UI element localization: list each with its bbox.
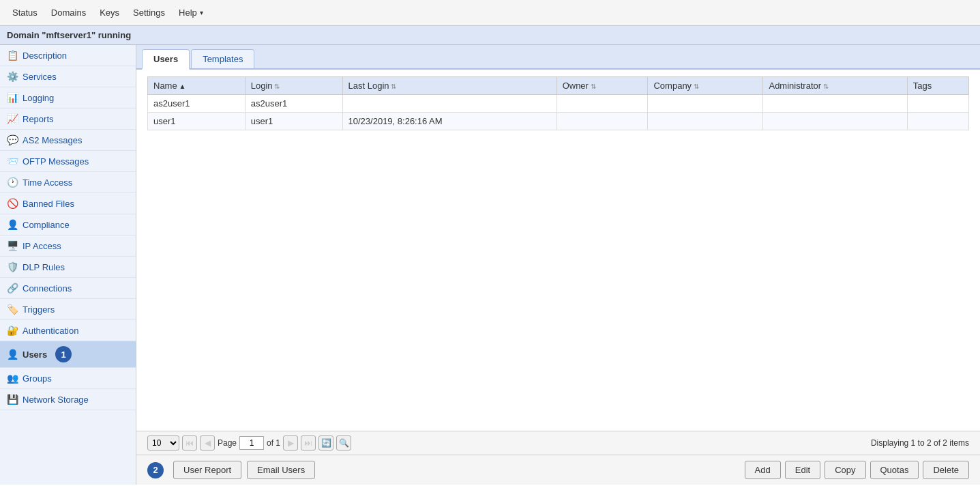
action-badge: 2 xyxy=(147,462,164,478)
users-badge: 1 xyxy=(55,346,72,362)
edit-button[interactable]: Edit xyxy=(785,461,820,479)
nav-domains[interactable]: Domains xyxy=(44,5,93,20)
quotas-button[interactable]: Quotas xyxy=(870,461,919,479)
first-page-button[interactable]: ⏮ xyxy=(182,435,197,451)
services-icon: ⚙️ xyxy=(7,71,18,82)
tab-templates[interactable]: Templates xyxy=(191,49,254,68)
display-text: Displaying 1 to 2 of 2 items xyxy=(871,438,969,448)
sidebar-item-description[interactable]: 📋 Description xyxy=(0,45,136,66)
cell-name-1: as2user1 xyxy=(148,95,246,113)
as2messages-icon: 💬 xyxy=(7,134,18,145)
cell-owner-2 xyxy=(556,113,648,130)
cell-tags-1 xyxy=(907,95,968,113)
per-page-select[interactable]: 10 25 50 100 xyxy=(147,435,179,451)
main-layout: 📋 Description ⚙️ Services 📊 Logging 📈 Re… xyxy=(0,45,980,485)
last-page-button[interactable]: ⏭ xyxy=(301,435,316,451)
sidebar-item-as2messages[interactable]: 💬 AS2 Messages xyxy=(0,130,136,151)
bannedfiles-icon: 🚫 xyxy=(7,198,18,209)
dlprules-icon: 🛡️ xyxy=(7,261,18,272)
authentication-icon: 🔐 xyxy=(7,325,18,336)
cell-administrator-2 xyxy=(763,113,907,130)
col-administrator[interactable]: Administrator xyxy=(763,77,907,95)
sidebar-item-reports[interactable]: 📈 Reports xyxy=(0,109,136,130)
reports-icon: 📈 xyxy=(7,113,18,124)
sidebar-item-bannedfiles[interactable]: 🚫 Banned Files xyxy=(0,193,136,214)
domain-banner: Domain "mftserver1" running xyxy=(0,26,980,45)
cell-lastlogin-2: 10/23/2019, 8:26:16 AM xyxy=(342,113,556,130)
col-owner[interactable]: Owner xyxy=(556,77,648,95)
of-label: of 1 xyxy=(267,438,280,448)
groups-icon: 👥 xyxy=(7,373,18,384)
users-icon: 👤 xyxy=(7,349,18,360)
cell-company-2 xyxy=(648,113,763,130)
main-content: Users Templates Name Login Last Login Ow… xyxy=(136,45,980,485)
cell-login-1: as2user1 xyxy=(245,95,342,113)
cell-administrator-1 xyxy=(763,95,907,113)
next-page-button[interactable]: ▶ xyxy=(283,435,298,451)
col-login[interactable]: Login xyxy=(245,77,342,95)
refresh-button[interactable]: 🔄 xyxy=(318,435,333,451)
sidebar-item-connections[interactable]: 🔗 Connections xyxy=(0,278,136,299)
users-table: Name Login Last Login Owner Company Admi… xyxy=(147,76,969,130)
oftpmessages-icon: 📨 xyxy=(7,156,18,167)
nav-status[interactable]: Status xyxy=(5,5,44,20)
sidebar-item-oftpmessages[interactable]: 📨 OFTP Messages xyxy=(0,151,136,172)
table-area: Name Login Last Login Owner Company Admi… xyxy=(136,70,980,431)
add-button[interactable]: Add xyxy=(745,461,781,479)
tab-bar: Users Templates xyxy=(136,45,980,70)
sidebar: 📋 Description ⚙️ Services 📊 Logging 📈 Re… xyxy=(0,45,136,485)
nav-keys[interactable]: Keys xyxy=(93,5,126,20)
triggers-icon: 🏷️ xyxy=(7,304,18,315)
page-label: Page xyxy=(218,438,237,448)
sidebar-item-networkstorage[interactable]: 💾 Network Storage xyxy=(0,389,136,410)
ipaccess-icon: 🖥️ xyxy=(7,240,18,251)
description-icon: 📋 xyxy=(7,50,18,61)
col-company[interactable]: Company xyxy=(648,77,763,95)
sidebar-item-logging[interactable]: 📊 Logging xyxy=(0,87,136,109)
pagination-bar: 10 25 50 100 ⏮ ◀ Page of 1 ▶ ⏭ 🔄 🔍 Displ… xyxy=(136,431,980,455)
nav-help[interactable]: Help ▾ xyxy=(172,5,210,20)
search-button[interactable]: 🔍 xyxy=(336,435,351,451)
table-row[interactable]: as2user1 as2user1 xyxy=(148,95,969,113)
col-lastlogin[interactable]: Last Login xyxy=(342,77,556,95)
timeaccess-icon: 🕐 xyxy=(7,177,18,188)
sidebar-item-triggers[interactable]: 🏷️ Triggers xyxy=(0,299,136,320)
logging-icon: 📊 xyxy=(7,92,18,103)
sidebar-item-users[interactable]: 👤 Users 1 xyxy=(0,341,136,368)
domain-banner-text: Domain "mftserver1" running xyxy=(7,30,131,40)
copy-button[interactable]: Copy xyxy=(825,461,865,479)
col-tags[interactable]: Tags xyxy=(907,77,968,95)
cell-tags-2 xyxy=(907,113,968,130)
sidebar-item-timeaccess[interactable]: 🕐 Time Access xyxy=(0,172,136,193)
cell-owner-1 xyxy=(556,95,648,113)
cell-lastlogin-1 xyxy=(342,95,556,113)
cell-company-1 xyxy=(648,95,763,113)
nav-settings[interactable]: Settings xyxy=(126,5,172,20)
connections-icon: 🔗 xyxy=(7,283,18,294)
sidebar-item-authentication[interactable]: 🔐 Authentication xyxy=(0,320,136,341)
networkstorage-icon: 💾 xyxy=(7,394,18,405)
email-users-button[interactable]: Email Users xyxy=(247,461,315,479)
cell-name-2: user1 xyxy=(148,113,246,130)
table-row[interactable]: user1 user1 10/23/2019, 8:26:16 AM xyxy=(148,113,969,130)
prev-page-button[interactable]: ◀ xyxy=(200,435,215,451)
sidebar-item-dlprules[interactable]: 🛡️ DLP Rules xyxy=(0,257,136,278)
sidebar-item-services[interactable]: ⚙️ Services xyxy=(0,66,136,87)
cell-login-2: user1 xyxy=(245,113,342,130)
tab-users[interactable]: Users xyxy=(142,49,190,70)
action-right-buttons: Add Edit Copy Quotas Delete xyxy=(745,461,969,479)
compliance-icon: 👤 xyxy=(7,219,18,230)
user-report-button[interactable]: User Report xyxy=(173,461,241,479)
sidebar-item-groups[interactable]: 👥 Groups xyxy=(0,368,136,389)
page-input[interactable] xyxy=(239,436,264,450)
top-nav: Status Domains Keys Settings Help ▾ xyxy=(0,0,980,26)
action-bar: 2 User Report Email Users Add Edit Copy … xyxy=(136,455,980,485)
col-name[interactable]: Name xyxy=(148,77,246,95)
sidebar-item-ipaccess[interactable]: 🖥️ IP Access xyxy=(0,235,136,257)
sidebar-item-compliance[interactable]: 👤 Compliance xyxy=(0,214,136,235)
help-dropdown-icon: ▾ xyxy=(200,9,203,16)
delete-button[interactable]: Delete xyxy=(923,461,969,479)
